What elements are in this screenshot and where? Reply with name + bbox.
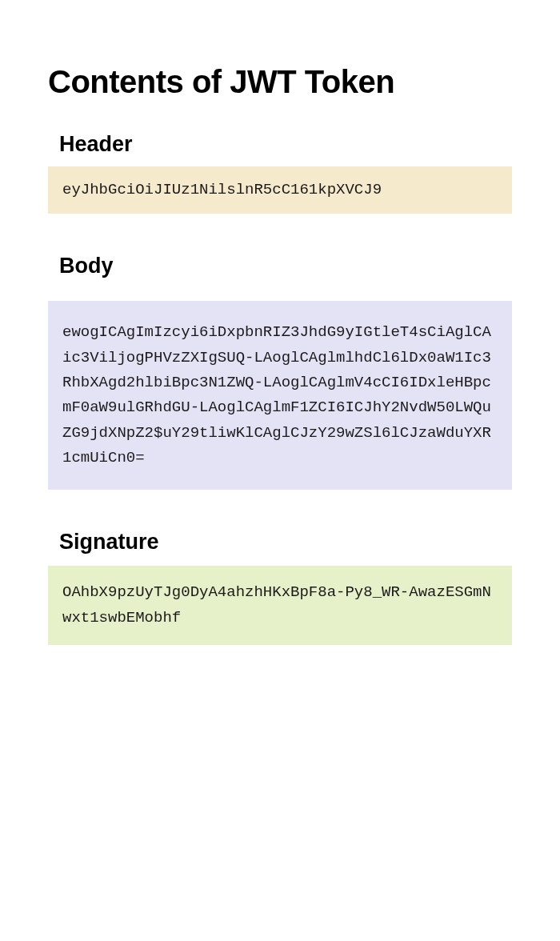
signature-section-title: Signature bbox=[48, 530, 512, 555]
header-section-title: Header bbox=[48, 132, 512, 157]
signature-code-block: OAhbX9pzUyTJg0DyA4ahzhHKxBpF8a-Py8_WR-Aw… bbox=[48, 566, 512, 645]
section-signature: Signature OAhbX9pzUyTJg0DyA4ahzhHKxBpF8a… bbox=[48, 530, 512, 645]
section-header: Header eyJhbGciOiJIUz1NilslnR5cC161kpXVC… bbox=[48, 132, 512, 214]
section-body: Body ewogICAgImIzcyi6iDxpbnRIZ3JhdG9yIGt… bbox=[48, 254, 512, 490]
body-code-block: ewogICAgImIzcyi6iDxpbnRIZ3JhdG9yIGtleT4s… bbox=[48, 301, 512, 490]
header-code-block: eyJhbGciOiJIUz1NilslnR5cC161kpXVCJ9 bbox=[48, 166, 512, 214]
body-section-title: Body bbox=[48, 254, 512, 278]
page-title: Contents of JWT Token bbox=[48, 64, 512, 100]
